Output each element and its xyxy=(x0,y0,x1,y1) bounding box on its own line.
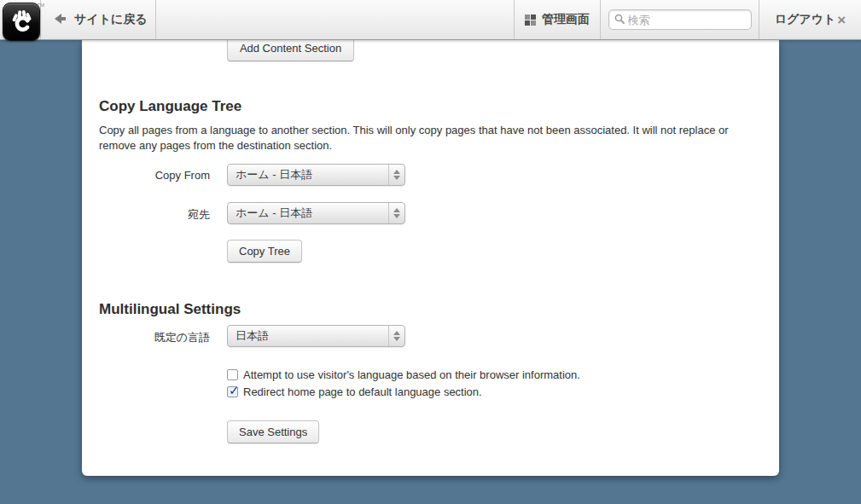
concrete5-logo[interactable]: TM xyxy=(3,3,40,41)
visitor-language-check-row: Attempt to use visitor's language based … xyxy=(227,368,580,380)
trademark-text: TM xyxy=(37,3,44,8)
copy-from-label: Copy From xyxy=(82,169,210,182)
multilingual-settings-heading: Multilingual Settings xyxy=(99,301,241,318)
redirect-home-check-row: Redirect home page to default language s… xyxy=(227,385,482,397)
search-box xyxy=(608,9,752,30)
magnifier-icon xyxy=(614,12,625,27)
destination-label: 宛先 xyxy=(82,207,210,223)
search-cell xyxy=(601,0,759,39)
redirect-home-checkbox-label: Redirect home page to default language s… xyxy=(243,385,482,398)
copy-from-selected-value: ホーム - 日本語 xyxy=(228,165,380,185)
copy-language-tree-description: Copy all pages from a language to anothe… xyxy=(99,123,749,154)
left-arrow-icon xyxy=(55,12,67,27)
admin-toolbar: TM サイトに戻る 管理画面 ログアウト × xyxy=(0,0,861,40)
handprint-icon xyxy=(9,8,34,37)
default-language-selected-value: 日本語 xyxy=(228,326,380,346)
close-x-icon: × xyxy=(837,13,846,27)
add-content-section-button[interactable]: Add Content Section xyxy=(227,40,354,61)
toolbar-spacer xyxy=(156,0,514,39)
logo-cell: TM xyxy=(0,0,41,39)
back-to-site-label: サイトに戻る xyxy=(74,12,148,27)
grid-icon xyxy=(525,14,536,26)
back-to-site-button[interactable]: サイトに戻る xyxy=(41,0,156,39)
visitor-language-checkbox[interactable] xyxy=(227,369,238,380)
save-settings-button[interactable]: Save Settings xyxy=(227,420,319,443)
logout-label: ログアウト xyxy=(775,12,836,27)
stepper-arrows-icon xyxy=(388,165,404,185)
copy-from-select[interactable]: ホーム - 日本語 xyxy=(227,164,405,186)
copy-tree-button[interactable]: Copy Tree xyxy=(227,240,302,263)
dashboard-label: 管理画面 xyxy=(542,12,590,27)
stepper-arrows-icon xyxy=(388,203,404,223)
dashboard-button[interactable]: 管理画面 xyxy=(514,0,601,39)
search-input[interactable] xyxy=(628,14,778,26)
visitor-language-checkbox-label: Attempt to use visitor's language based … xyxy=(243,368,580,381)
default-language-select[interactable]: 日本語 xyxy=(227,325,405,347)
destination-selected-value: ホーム - 日本語 xyxy=(228,203,380,223)
copy-language-tree-heading: Copy Language Tree xyxy=(99,98,241,115)
redirect-home-checkbox[interactable] xyxy=(227,386,238,397)
destination-select[interactable]: ホーム - 日本語 xyxy=(227,202,405,224)
default-language-label: 既定の言語 xyxy=(82,330,210,345)
stepper-arrows-icon xyxy=(388,326,404,346)
settings-panel: Add Content Section Copy Language Tree C… xyxy=(82,40,779,476)
logout-button[interactable]: ログアウト × xyxy=(759,0,861,39)
